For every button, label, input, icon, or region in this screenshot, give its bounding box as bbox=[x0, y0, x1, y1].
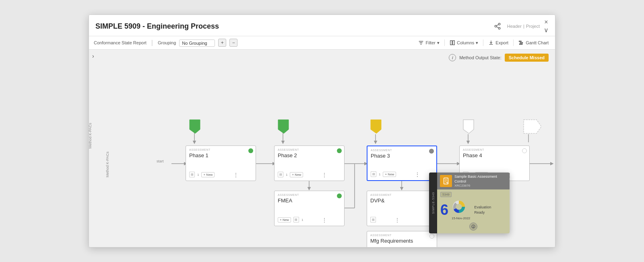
fmea-more-btn[interactable]: ⋮ bbox=[322, 217, 327, 223]
share-button[interactable] bbox=[492, 21, 503, 32]
dvp-footer: ▤ ⋮ bbox=[370, 217, 376, 222]
popup-header: Sample Basic Assessment Control XRC23876 bbox=[437, 173, 510, 189]
add-grouping-button[interactable]: + bbox=[218, 39, 226, 47]
toolbar: Conformance State Report | Grouping No G… bbox=[89, 36, 555, 50]
popup-date: 15-Nov-2022 bbox=[452, 216, 470, 220]
grouping-select[interactable]: No Grouping By Phase By Status bbox=[179, 40, 215, 47]
phase-2-more-btn[interactable]: ⋮ bbox=[322, 172, 327, 178]
method-output-label: Method Output State: bbox=[459, 55, 502, 60]
filter-button[interactable]: Filter ▾ bbox=[417, 39, 441, 46]
svg-rect-8 bbox=[520, 42, 523, 43]
columns-button[interactable]: Columns ▾ bbox=[448, 39, 480, 46]
method-kpacs-label: Method K-PACs bbox=[105, 152, 109, 177]
fmea-title: FMEA bbox=[278, 198, 341, 204]
phase-1-new-btn[interactable]: + New bbox=[201, 172, 215, 177]
title-bar: SIMPLE 5909 - Engineering Process Header… bbox=[89, 15, 555, 36]
schedule-missed-button[interactable]: Schedule Missed bbox=[505, 54, 549, 62]
phase-1-footer: ▤ 1 + New ⋮ bbox=[189, 172, 215, 177]
phase-3-footer: ▤ 1 + New ⋮ bbox=[371, 171, 396, 177]
phase-3-new-btn[interactable]: + New bbox=[383, 172, 396, 177]
chevron-button[interactable]: ∨ bbox=[544, 27, 549, 33]
popup-card[interactable]: SIMPLE-5349 bbox=[429, 173, 510, 233]
window-controls: × ∨ bbox=[544, 19, 549, 33]
mfg-req-status-dot bbox=[429, 234, 434, 239]
fmea-status-dot bbox=[337, 193, 342, 198]
phase-4-title: Phase 4 bbox=[463, 152, 526, 158]
info-icon: i bbox=[449, 54, 456, 61]
dvp-more-btn[interactable]: ⋮ bbox=[394, 217, 400, 223]
main-window: SIMPLE 5909 - Engineering Process Header… bbox=[89, 15, 555, 247]
mfg-req-title: Mfg Requirements bbox=[370, 238, 433, 244]
phase-1-node[interactable]: ASSESSMENT Phase 1 ▤ 1 + New ⋮ bbox=[186, 146, 256, 181]
popup-number: 6 bbox=[440, 203, 448, 217]
fmea-footer: + New ▤ 1 ⋮ bbox=[278, 217, 303, 222]
gantt-chart-button[interactable]: Gantt Chart bbox=[517, 39, 550, 46]
mfg-req-node[interactable]: ASSESSMENT Mfg Requirements ▤ + New ⋮ bbox=[367, 231, 437, 247]
toolbar-right: Filter ▾ Columns ▾ Export bbox=[417, 39, 550, 46]
flag-4 bbox=[462, 118, 476, 137]
phase-3-label: ASSESSMENT bbox=[371, 149, 433, 152]
phase-2-title: Phase 2 bbox=[278, 152, 341, 158]
popup-link-btn[interactable] bbox=[469, 222, 477, 231]
start-label: start bbox=[157, 159, 164, 163]
grouping-label: Grouping bbox=[158, 40, 176, 45]
svg-point-2 bbox=[498, 27, 500, 29]
svg-marker-28 bbox=[190, 120, 200, 133]
phase-2-doc-icon: ▤ bbox=[278, 172, 283, 177]
canvas-area: › i Method Output State: Schedule Missed… bbox=[89, 50, 555, 247]
svg-point-41 bbox=[473, 227, 473, 228]
dvp-node[interactable]: ASSESSMENT DVP& ▤ ⋮ bbox=[367, 191, 437, 226]
flag-2 bbox=[277, 118, 291, 137]
phase-2-new-btn[interactable]: + New bbox=[290, 172, 303, 177]
conformance-label: Conformance State Report bbox=[94, 40, 147, 45]
popup-id-num: 5349 bbox=[440, 192, 452, 197]
dvp-label: ASSESSMENT bbox=[370, 193, 433, 196]
collapse-arrow[interactable]: › bbox=[92, 53, 94, 59]
fmea-label: ASSESSMENT bbox=[278, 193, 341, 196]
phase-2-node[interactable]: ASSESSMENT Phase 2 ▤ 1 + New ⋮ bbox=[274, 146, 345, 181]
fmea-new-btn[interactable]: + New bbox=[278, 217, 291, 222]
svg-line-4 bbox=[496, 25, 498, 26]
svg-rect-6 bbox=[453, 41, 454, 45]
close-button[interactable]: × bbox=[544, 19, 548, 25]
popup-data-row: 6 bbox=[437, 200, 510, 222]
popup-side-text: SIMPLE-5349 bbox=[432, 192, 435, 214]
popup-id: XRC23876 bbox=[454, 184, 507, 187]
svg-rect-33 bbox=[444, 178, 448, 184]
flag-1 bbox=[188, 118, 202, 137]
flag-3 bbox=[369, 118, 384, 137]
window-title: SIMPLE 5909 - Engineering Process bbox=[95, 22, 219, 31]
phase-4-label: ASSESSMENT bbox=[463, 148, 526, 151]
phase-3-node[interactable]: ASSESSMENT Phase 3 ▤ 1 + New ⋮ bbox=[367, 146, 437, 181]
svg-rect-5 bbox=[450, 41, 452, 45]
svg-rect-9 bbox=[520, 44, 522, 45]
phase-1-doc-icon: ▤ bbox=[189, 172, 195, 177]
phase-3-status-dot bbox=[429, 149, 434, 154]
phase-4-status-dot bbox=[522, 148, 527, 153]
remove-grouping-button[interactable]: − bbox=[229, 39, 237, 47]
popup-pie-chart bbox=[452, 200, 466, 214]
side-label: Method K-PACs bbox=[89, 148, 92, 149]
phase-2-footer: ▤ 1 + New ⋮ bbox=[278, 172, 303, 177]
svg-marker-32 bbox=[524, 120, 541, 133]
fmea-node[interactable]: ASSESSMENT FMEA + New ▤ 1 ⋮ bbox=[274, 191, 345, 226]
phase-1-title: Phase 1 bbox=[189, 152, 252, 158]
popup-body: 5349 bbox=[437, 189, 510, 200]
export-button[interactable]: Export bbox=[487, 39, 510, 46]
popup-footer bbox=[437, 222, 510, 233]
mfg-req-label: ASSESSMENT bbox=[370, 234, 433, 237]
phase-3-more-btn[interactable]: ⋮ bbox=[415, 171, 420, 178]
title-bar-left: SIMPLE 5909 - Engineering Process bbox=[95, 22, 219, 31]
phase-2-status-dot bbox=[337, 148, 342, 153]
title-bar-right: Header | Project × ∨ bbox=[492, 19, 549, 33]
phase-1-more-btn[interactable]: ⋮ bbox=[233, 172, 239, 178]
phase-2-label: ASSESSMENT bbox=[278, 148, 341, 151]
svg-marker-30 bbox=[371, 120, 381, 133]
svg-rect-7 bbox=[519, 41, 521, 42]
popup-icon bbox=[440, 175, 452, 187]
phase-3-title: Phase 3 bbox=[371, 153, 433, 159]
breadcrumb: Header | Project bbox=[507, 24, 540, 29]
phase-1-label: ASSESSMENT bbox=[189, 148, 252, 151]
svg-point-38 bbox=[456, 204, 462, 210]
dvp-title: DVP& bbox=[370, 198, 433, 204]
